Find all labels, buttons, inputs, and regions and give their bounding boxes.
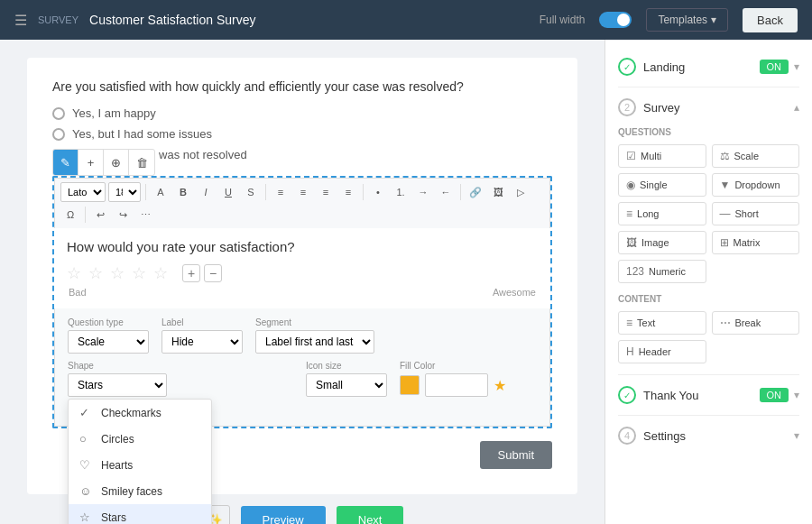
sidebar-divider-3 [618, 415, 799, 416]
question-type-select[interactable]: Scale [68, 330, 149, 354]
image-insert-button[interactable]: 🖼 [488, 182, 508, 202]
shape-option-circles[interactable]: ○ Circles [69, 426, 211, 452]
text-icon: ≡ [626, 317, 632, 329]
align-left-button[interactable]: ≡ [271, 182, 291, 202]
back-button[interactable]: Back [743, 8, 798, 32]
indent-button[interactable]: → [413, 182, 433, 202]
align-justify-button[interactable]: ≡ [338, 182, 358, 202]
landing-toggle[interactable]: ON [760, 60, 789, 74]
link-button[interactable]: 🔗 [466, 182, 485, 202]
shape-option-smiley[interactable]: ☺ Smiley faces [69, 478, 211, 504]
edit-content-area: How would you rate your satisfaction? ☆ … [54, 228, 550, 308]
grid-item-numeric[interactable]: 123 Numeric [618, 260, 706, 283]
grid-item-scale[interactable]: ⚖ Scale [712, 144, 800, 168]
shape-label: Shape [68, 361, 167, 371]
grid-item-break[interactable]: ⋯ Break [712, 311, 800, 335]
right-sidebar: ✓ Landing ON ▾ 2 Survey ▴ Questions [604, 40, 812, 524]
thankyou-section-header[interactable]: ✓ Thank You ON ▾ [605, 379, 812, 411]
shape-select[interactable]: Stars [68, 373, 167, 397]
landing-title: Landing [643, 60, 685, 74]
thankyou-title: Thank You [643, 389, 698, 402]
font-family-select[interactable]: Lato [60, 182, 106, 202]
menu-icon[interactable]: ☰ [14, 12, 27, 29]
video-button[interactable]: ▷ [511, 182, 531, 202]
landing-section-header[interactable]: ✓ Landing ON ▾ [605, 51, 812, 83]
strikethrough-button[interactable]: S [241, 182, 261, 202]
image-icon: 🖼 [626, 236, 637, 249]
grid-item-multi[interactable]: ☑ Multi [618, 144, 706, 168]
outdent-button[interactable]: ← [436, 182, 456, 202]
color-swatch[interactable] [400, 375, 420, 395]
star-3[interactable]: ☆ [110, 263, 125, 283]
survey-canvas: Are you satisfied with how quickly and e… [0, 40, 604, 524]
star-2[interactable]: ☆ [88, 263, 103, 283]
shape-option-checkmarks[interactable]: ✓ Checkmarks [69, 400, 211, 426]
redo-button[interactable]: ↪ [113, 205, 133, 225]
submit-button[interactable]: Submit [480, 441, 552, 469]
star-icon: ☆ [79, 510, 94, 524]
pencil-action-button[interactable]: ✎ [53, 150, 78, 175]
star-1[interactable]: ☆ [67, 263, 81, 283]
star-rating-row: ☆ ☆ ☆ ☆ ☆ + − [67, 263, 538, 283]
matrix-label: Matrix [734, 237, 761, 248]
underline-button[interactable]: U [218, 182, 238, 202]
move-action-button[interactable]: ⊕ [104, 150, 129, 175]
survey-section-header[interactable]: 2 Survey ▴ [605, 91, 812, 124]
settings-section-header[interactable]: 4 Settings ▾ [605, 419, 812, 452]
option-2-label: Yes, but I had some issues [72, 127, 212, 141]
edit-action-bar: ✎ + ⊕ 🗑 [52, 149, 155, 176]
ordered-list-button[interactable]: 1. [391, 182, 411, 202]
sidebar-divider-2 [618, 374, 799, 375]
preview-button[interactable]: Preview [241, 506, 326, 525]
thankyou-toggle[interactable]: ON [760, 388, 789, 402]
add-action-button[interactable]: + [78, 150, 104, 175]
star-4[interactable]: ☆ [132, 263, 146, 283]
grid-item-dropdown[interactable]: ▼ Dropdown [712, 173, 800, 197]
question-2-text: How would you rate your satisfaction? [67, 239, 538, 254]
align-center-button[interactable]: ≡ [293, 182, 313, 202]
edit-block: ✎ + ⊕ 🗑 Lato 18 A B I [52, 176, 552, 428]
unordered-list-button[interactable]: • [368, 182, 388, 202]
next-button[interactable]: Next [337, 506, 404, 525]
icon-size-label: Icon size [306, 361, 387, 371]
label-select[interactable]: Hide [161, 330, 243, 354]
align-right-button[interactable]: ≡ [316, 182, 336, 202]
shape-option-stars[interactable]: ☆ Stars [69, 504, 211, 524]
segment-label: Segment [255, 317, 374, 327]
grid-item-short[interactable]: — Short [712, 202, 800, 225]
shape-option-hearts[interactable]: ♡ Hearts [69, 452, 211, 478]
undo-button[interactable]: ↩ [90, 205, 110, 225]
grid-item-long[interactable]: ≡ Long [618, 202, 706, 225]
more-options-button[interactable]: ⋯ [135, 205, 155, 225]
dropdown-icon: ▼ [720, 179, 731, 191]
multi-icon: ☑ [626, 150, 636, 162]
content-label: Content [605, 290, 812, 308]
grid-item-single[interactable]: ◉ Single [618, 173, 706, 197]
grid-item-text[interactable]: ≡ Text [618, 311, 706, 335]
image-label: Image [641, 237, 669, 248]
question-1-text: Are you satisfied with how quickly and e… [52, 79, 552, 94]
star-5[interactable]: ☆ [153, 263, 168, 283]
heart-icon: ♡ [79, 458, 94, 472]
long-label: Long [637, 208, 659, 219]
radio-option-1[interactable]: Yes, I am happy [52, 106, 552, 120]
grid-item-image[interactable]: 🖼 Image [618, 231, 706, 254]
templates-button[interactable]: Templates ▾ [646, 8, 728, 32]
fullwidth-label: Full width [540, 14, 586, 26]
grid-item-header[interactable]: H Header [618, 340, 706, 363]
short-label: Short [735, 208, 759, 219]
font-size-select[interactable]: 18 [108, 182, 141, 202]
italic-button[interactable]: I [196, 182, 216, 202]
font-color-button[interactable]: A [151, 182, 171, 202]
bold-button[interactable]: B [173, 182, 193, 202]
color-input[interactable]: #f4ae1b [425, 373, 488, 397]
radio-option-2[interactable]: Yes, but I had some issues [52, 127, 552, 141]
scale-add-button[interactable]: + [182, 264, 200, 282]
fullwidth-toggle[interactable] [599, 12, 632, 28]
icon-size-select[interactable]: Small [306, 373, 387, 397]
delete-action-button[interactable]: 🗑 [129, 150, 154, 175]
grid-item-matrix[interactable]: ⊞ Matrix [712, 231, 800, 254]
segment-select[interactable]: Label first and last [255, 330, 374, 354]
special-char-button[interactable]: Ω [60, 205, 80, 225]
scale-remove-button[interactable]: − [204, 264, 222, 282]
